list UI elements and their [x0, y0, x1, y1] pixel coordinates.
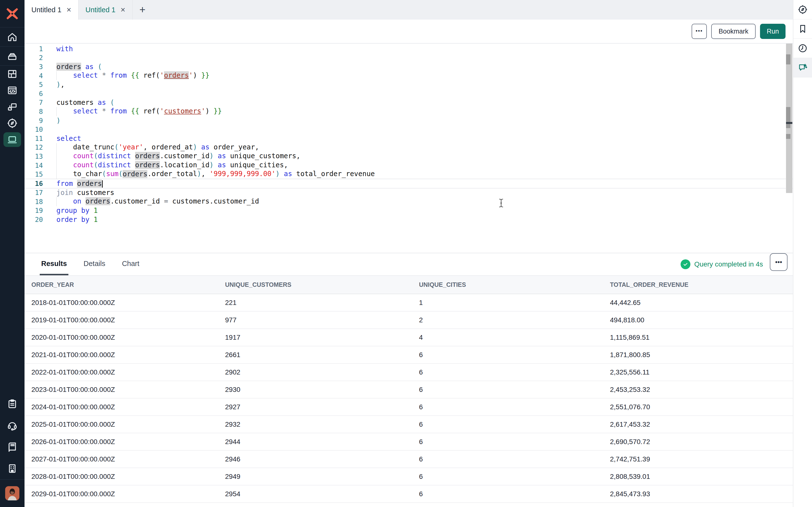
code-line-10[interactable]: 10 [24, 125, 793, 134]
table-cell: 6 [412, 455, 603, 463]
avatar-container [0, 480, 24, 507]
close-tab-icon[interactable]: ✕ [120, 6, 125, 13]
token-pl: .order_total [147, 170, 197, 178]
editor-tab-1[interactable]: Untitled 1✕ [24, 0, 79, 19]
token-pl: customers.customer_id [168, 197, 259, 205]
sidebar-item-terminal[interactable] [0, 131, 24, 148]
column-header[interactable]: UNIQUE_CITIES [412, 281, 603, 288]
table-cell: 6 [412, 351, 603, 359]
sidebar-item-support[interactable] [0, 415, 24, 436]
token-pl: .customer_id [160, 152, 209, 160]
results-more-button[interactable]: ••• [770, 253, 788, 271]
editor-scrollbar[interactable] [786, 44, 793, 193]
token-op: = [164, 197, 168, 205]
table-row[interactable]: 2026-01-01T00:00:00.000Z294462,690,570.7… [24, 433, 793, 451]
table-row[interactable]: 2029-01-01T00:00:00.000Z295462,845,473.9… [24, 486, 793, 503]
code-line-9[interactable]: 9) [24, 116, 793, 125]
right-sidebar-item-explore[interactable] [793, 0, 812, 19]
token-br: ) [56, 117, 60, 125]
code-line-14[interactable]: 14count(distinct orders.location_id) as … [24, 161, 793, 170]
run-button[interactable]: Run [760, 24, 785, 39]
right-sidebar-item-ai-assistant[interactable] [793, 58, 812, 77]
code-line-13[interactable]: 13count(distinct orders.customer_id) as … [24, 152, 793, 161]
results-tab-details[interactable]: Details [82, 253, 107, 275]
sidebar-item-tasks[interactable] [0, 393, 24, 415]
line-number: 15 [24, 170, 56, 178]
code-line-15[interactable]: 15to_char(sum(orders.order_total), '999,… [24, 170, 793, 179]
table-row[interactable]: 2024-01-01T00:00:00.000Z292762,551,076.7… [24, 398, 793, 416]
editor-tab-2[interactable]: Untitled 1✕ [79, 0, 133, 19]
token-kw: distinct [98, 152, 131, 160]
token-br: ) [209, 161, 213, 169]
column-header[interactable]: UNIQUE_CUSTOMERS [218, 281, 412, 288]
token-kw: as [98, 99, 106, 107]
sidebar-item-docs[interactable] [0, 436, 24, 458]
user-avatar[interactable] [5, 486, 19, 500]
token-pl [98, 71, 102, 79]
tab-bar: Untitled 1✕Untitled 1✕+ [24, 0, 793, 19]
code-line-7[interactable]: 7customers as ( [24, 98, 793, 107]
table-row[interactable]: 2019-01-01T00:00:00.000Z9772494,818.00 [24, 312, 793, 329]
code-line-19[interactable]: 19group by 1 [24, 206, 793, 215]
code-line-8[interactable]: 8select * from {{ ref('customers') }} [24, 107, 793, 116]
sidebar-item-apps[interactable] [0, 99, 24, 115]
code-line-3[interactable]: 3orders as ( [24, 62, 793, 71]
table-row[interactable]: 2018-01-01T00:00:00.000Z221144,442.65 [24, 294, 793, 312]
scrollbar-match-mark [786, 54, 791, 64]
table-row[interactable]: 2025-01-01T00:00:00.000Z293262,617,453.3… [24, 416, 793, 433]
token-pl: ref( [139, 71, 160, 79]
right-sidebar-item-bookmarks[interactable] [793, 19, 812, 39]
code-line-18[interactable]: 18on orders.customer_id = customers.cust… [24, 197, 793, 206]
table-row[interactable]: 2022-01-01T00:00:00.000Z290262,325,556.1… [24, 364, 793, 381]
more-options-button[interactable]: ••• [692, 24, 707, 39]
sidebar-item-code-editor[interactable] [0, 82, 24, 99]
table-row[interactable]: 2020-01-01T00:00:00.000Z191741,115,869.5… [24, 329, 793, 346]
new-tab-button[interactable]: + [133, 0, 152, 19]
code-line-4[interactable]: 4select * from {{ ref('orders') }} [24, 71, 793, 80]
code-line-1[interactable]: 1with [24, 44, 793, 53]
code-line-12[interactable]: 12date_trunc('year', ordered_at) as orde… [24, 143, 793, 152]
table-row[interactable]: 2021-01-01T00:00:00.000Z266161,871,800.8… [24, 346, 793, 364]
token-kw: with [56, 45, 73, 53]
column-header[interactable]: ORDER_YEAR [24, 281, 218, 288]
sidebar-item-explore[interactable] [0, 115, 24, 131]
token-br: ( [110, 99, 114, 107]
right-sidebar-item-history[interactable] [793, 39, 812, 58]
token-pl [98, 107, 102, 115]
code-text: on orders.customer_id = customers.custom… [56, 197, 259, 206]
code-line-20[interactable]: 20order by 1 [24, 215, 793, 224]
token-pl: , ordered_at [143, 143, 193, 151]
column-header[interactable]: TOTAL_ORDER_REVENUE [603, 281, 793, 288]
paradime-logo-icon[interactable] [0, 0, 24, 27]
table-cell: 221 [218, 299, 412, 307]
table-row[interactable]: 2030-01-01T00:00:00.000Z287961,841,049.3… [24, 503, 793, 507]
token-kw: as [201, 143, 210, 151]
code-line-2[interactable]: 2 [24, 53, 793, 62]
token-kw: as [218, 161, 226, 169]
code-line-6[interactable]: 6 [24, 89, 793, 98]
sidebar-item-organization[interactable] [0, 458, 24, 479]
sidebar-item-dashboards[interactable] [0, 66, 24, 82]
code-line-5[interactable]: 5), [24, 80, 793, 89]
sidebar-item-home[interactable] [0, 27, 24, 46]
clock-icon [798, 43, 808, 53]
close-tab-icon[interactable]: ✕ [66, 6, 71, 13]
code-line-17[interactable]: 17join customers [24, 188, 793, 198]
right-sidebar [793, 0, 812, 507]
table-row[interactable]: 2023-01-01T00:00:00.000Z293062,453,253.3… [24, 381, 793, 398]
token-pl: ) [193, 71, 197, 79]
token-hl: orders [135, 161, 160, 169]
sidebar-item-projects[interactable] [0, 47, 24, 65]
headset-icon [7, 420, 18, 431]
left-sidebar [0, 0, 24, 507]
scrollbar-match-mark [786, 107, 791, 128]
results-tab-results[interactable]: Results [40, 253, 68, 275]
table-row[interactable]: 2027-01-01T00:00:00.000Z294662,742,751.3… [24, 451, 793, 468]
code-line-11[interactable]: 11select [24, 134, 793, 143]
code-line-16[interactable]: 16from orders [24, 179, 793, 188]
main-area: Untitled 1✕Untitled 1✕+ ••• Bookmark Run… [24, 0, 793, 507]
results-tab-chart[interactable]: Chart [120, 253, 141, 275]
sql-editor[interactable]: 1with23orders as (4select * from {{ ref(… [24, 44, 793, 253]
table-row[interactable]: 2028-01-01T00:00:00.000Z294962,808,539.0… [24, 468, 793, 486]
bookmark-button[interactable]: Bookmark [711, 24, 756, 39]
